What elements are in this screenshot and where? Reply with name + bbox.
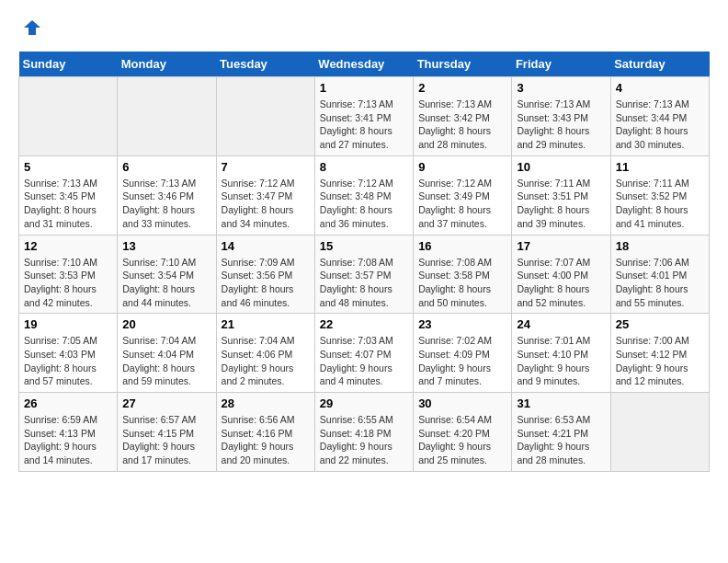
calendar-cell: 3Sunrise: 7:13 AM Sunset: 3:43 PM Daylig… xyxy=(512,77,610,156)
day-info: Sunrise: 7:04 AM Sunset: 4:04 PM Dayligh… xyxy=(122,334,210,388)
day-number: 27 xyxy=(122,396,210,410)
day-info: Sunrise: 7:08 AM Sunset: 3:57 PM Dayligh… xyxy=(320,256,408,310)
calendar-cell: 16Sunrise: 7:08 AM Sunset: 3:58 PM Dayli… xyxy=(414,235,512,314)
day-info: Sunrise: 7:11 AM Sunset: 3:51 PM Dayligh… xyxy=(517,177,605,231)
calendar-cell: 27Sunrise: 6:57 AM Sunset: 4:15 PM Dayli… xyxy=(118,393,216,472)
day-number: 30 xyxy=(418,396,506,410)
weekday-header-friday: Friday xyxy=(512,52,610,77)
calendar-cell: 1Sunrise: 7:13 AM Sunset: 3:41 PM Daylig… xyxy=(314,77,413,156)
day-info: Sunrise: 7:04 AM Sunset: 4:06 PM Dayligh… xyxy=(222,334,310,388)
calendar-week-row: 19Sunrise: 7:05 AM Sunset: 4:03 PM Dayli… xyxy=(19,314,710,393)
day-info: Sunrise: 7:13 AM Sunset: 3:44 PM Dayligh… xyxy=(616,98,704,152)
calendar-cell: 4Sunrise: 7:13 AM Sunset: 3:44 PM Daylig… xyxy=(610,77,709,156)
day-info: Sunrise: 7:09 AM Sunset: 3:56 PM Dayligh… xyxy=(222,256,310,310)
day-number: 7 xyxy=(222,160,310,174)
calendar-cell: 18Sunrise: 7:06 AM Sunset: 4:01 PM Dayli… xyxy=(610,235,709,314)
calendar-cell: 31Sunrise: 6:53 AM Sunset: 4:21 PM Dayli… xyxy=(512,393,610,472)
calendar-cell: 15Sunrise: 7:08 AM Sunset: 3:57 PM Dayli… xyxy=(314,235,413,314)
day-number: 21 xyxy=(222,317,310,331)
weekday-header-sunday: Sunday xyxy=(19,52,118,77)
day-number: 3 xyxy=(517,81,605,95)
calendar-header-row: SundayMondayTuesdayWednesdayThursdayFrid… xyxy=(19,52,710,77)
day-info: Sunrise: 7:06 AM Sunset: 4:01 PM Dayligh… xyxy=(616,256,704,310)
day-info: Sunrise: 7:13 AM Sunset: 3:45 PM Dayligh… xyxy=(24,177,112,231)
day-info: Sunrise: 7:13 AM Sunset: 3:43 PM Dayligh… xyxy=(517,98,605,152)
day-number: 11 xyxy=(616,160,704,174)
day-info: Sunrise: 7:03 AM Sunset: 4:07 PM Dayligh… xyxy=(320,334,408,388)
day-number: 23 xyxy=(418,317,506,331)
day-info: Sunrise: 6:55 AM Sunset: 4:18 PM Dayligh… xyxy=(320,413,408,467)
day-number: 1 xyxy=(320,81,408,95)
day-number: 9 xyxy=(418,160,506,174)
day-info: Sunrise: 7:12 AM Sunset: 3:48 PM Dayligh… xyxy=(320,177,408,231)
day-info: Sunrise: 7:13 AM Sunset: 3:42 PM Dayligh… xyxy=(418,98,506,152)
day-number: 13 xyxy=(122,239,210,253)
calendar-week-row: 1Sunrise: 7:13 AM Sunset: 3:41 PM Daylig… xyxy=(19,77,710,156)
day-number: 6 xyxy=(122,160,210,174)
day-number: 16 xyxy=(418,239,506,253)
calendar-cell xyxy=(610,393,709,472)
day-info: Sunrise: 7:13 AM Sunset: 3:46 PM Dayligh… xyxy=(122,177,210,231)
day-number: 2 xyxy=(418,81,506,95)
day-info: Sunrise: 7:12 AM Sunset: 3:47 PM Dayligh… xyxy=(222,177,310,231)
day-number: 15 xyxy=(320,239,408,253)
calendar-cell xyxy=(216,77,314,156)
calendar-cell: 26Sunrise: 6:59 AM Sunset: 4:13 PM Dayli… xyxy=(19,393,118,472)
day-number: 25 xyxy=(616,317,704,331)
day-info: Sunrise: 7:13 AM Sunset: 3:41 PM Dayligh… xyxy=(320,98,408,152)
day-number: 19 xyxy=(24,317,112,331)
day-number: 28 xyxy=(222,396,310,410)
calendar-cell xyxy=(118,77,216,156)
calendar-cell: 11Sunrise: 7:11 AM Sunset: 3:52 PM Dayli… xyxy=(610,155,709,235)
calendar-cell: 28Sunrise: 6:56 AM Sunset: 4:16 PM Dayli… xyxy=(216,393,314,472)
logo xyxy=(18,18,42,42)
calendar-cell xyxy=(19,77,118,156)
svg-marker-0 xyxy=(24,20,40,35)
calendar-cell: 17Sunrise: 7:07 AM Sunset: 4:00 PM Dayli… xyxy=(512,235,610,314)
calendar-cell: 12Sunrise: 7:10 AM Sunset: 3:53 PM Dayli… xyxy=(19,235,118,314)
day-info: Sunrise: 7:01 AM Sunset: 4:10 PM Dayligh… xyxy=(517,334,605,388)
day-info: Sunrise: 7:10 AM Sunset: 3:54 PM Dayligh… xyxy=(122,256,210,310)
calendar-cell: 25Sunrise: 7:00 AM Sunset: 4:12 PM Dayli… xyxy=(610,314,709,393)
day-number: 4 xyxy=(616,81,704,95)
calendar-cell: 30Sunrise: 6:54 AM Sunset: 4:20 PM Dayli… xyxy=(414,393,512,472)
day-number: 26 xyxy=(24,396,112,410)
day-info: Sunrise: 7:00 AM Sunset: 4:12 PM Dayligh… xyxy=(616,334,704,388)
day-number: 18 xyxy=(616,239,704,253)
calendar-cell: 22Sunrise: 7:03 AM Sunset: 4:07 PM Dayli… xyxy=(314,314,413,393)
calendar-table: SundayMondayTuesdayWednesdayThursdayFrid… xyxy=(18,52,710,472)
day-info: Sunrise: 7:11 AM Sunset: 3:52 PM Dayligh… xyxy=(616,177,704,231)
calendar-cell: 13Sunrise: 7:10 AM Sunset: 3:54 PM Dayli… xyxy=(118,235,216,314)
calendar-cell: 21Sunrise: 7:04 AM Sunset: 4:06 PM Dayli… xyxy=(216,314,314,393)
day-info: Sunrise: 7:05 AM Sunset: 4:03 PM Dayligh… xyxy=(24,334,112,388)
weekday-header-saturday: Saturday xyxy=(610,52,709,77)
day-info: Sunrise: 7:02 AM Sunset: 4:09 PM Dayligh… xyxy=(418,334,506,388)
day-number: 20 xyxy=(122,317,210,331)
day-info: Sunrise: 7:10 AM Sunset: 3:53 PM Dayligh… xyxy=(24,256,112,310)
calendar-cell: 19Sunrise: 7:05 AM Sunset: 4:03 PM Dayli… xyxy=(19,314,118,393)
calendar-cell: 23Sunrise: 7:02 AM Sunset: 4:09 PM Dayli… xyxy=(414,314,512,393)
calendar-cell: 7Sunrise: 7:12 AM Sunset: 3:47 PM Daylig… xyxy=(216,155,314,235)
weekday-header-monday: Monday xyxy=(118,52,216,77)
calendar-week-row: 12Sunrise: 7:10 AM Sunset: 3:53 PM Dayli… xyxy=(19,235,710,314)
day-info: Sunrise: 7:08 AM Sunset: 3:58 PM Dayligh… xyxy=(418,256,506,310)
day-info: Sunrise: 7:12 AM Sunset: 3:49 PM Dayligh… xyxy=(418,177,506,231)
day-number: 10 xyxy=(517,160,605,174)
header xyxy=(18,18,710,42)
day-number: 31 xyxy=(517,396,605,410)
day-number: 5 xyxy=(24,160,112,174)
calendar-week-row: 26Sunrise: 6:59 AM Sunset: 4:13 PM Dayli… xyxy=(19,393,710,472)
day-number: 22 xyxy=(320,317,408,331)
calendar-cell: 6Sunrise: 7:13 AM Sunset: 3:46 PM Daylig… xyxy=(118,155,216,235)
calendar-cell: 9Sunrise: 7:12 AM Sunset: 3:49 PM Daylig… xyxy=(414,155,512,235)
calendar-cell: 8Sunrise: 7:12 AM Sunset: 3:48 PM Daylig… xyxy=(314,155,413,235)
day-number: 29 xyxy=(320,396,408,410)
day-number: 24 xyxy=(517,317,605,331)
calendar-cell: 29Sunrise: 6:55 AM Sunset: 4:18 PM Dayli… xyxy=(314,393,413,472)
day-info: Sunrise: 6:57 AM Sunset: 4:15 PM Dayligh… xyxy=(122,413,210,467)
day-number: 12 xyxy=(24,239,112,253)
calendar-cell: 5Sunrise: 7:13 AM Sunset: 3:45 PM Daylig… xyxy=(19,155,118,235)
weekday-header-thursday: Thursday xyxy=(414,52,512,77)
weekday-header-wednesday: Wednesday xyxy=(314,52,413,77)
calendar-week-row: 5Sunrise: 7:13 AM Sunset: 3:45 PM Daylig… xyxy=(19,155,710,235)
